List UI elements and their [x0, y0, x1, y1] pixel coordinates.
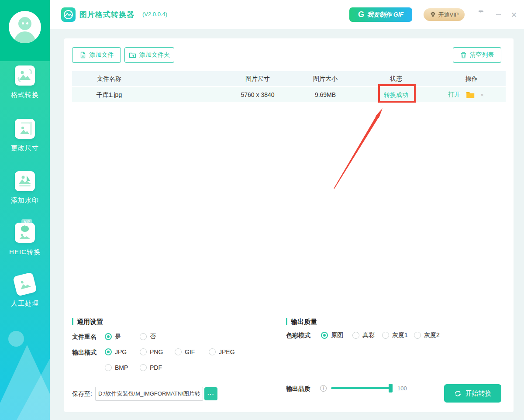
- decor-sun: [8, 331, 24, 347]
- title-bar: 图片格式转换器 (V2.0.0.4) G 我要制作 GIF 开通VIP ✕: [50, 0, 524, 29]
- sidebar-item-manual-process[interactable]: 人工处理: [0, 274, 50, 314]
- radio-color-truecolor[interactable]: 真彩: [352, 331, 375, 339]
- radio-format-pdf[interactable]: PDF: [140, 364, 162, 371]
- quality-value: 100: [397, 385, 407, 392]
- output-format-label: 输出格式: [72, 349, 97, 357]
- app-logo-icon: [61, 7, 76, 22]
- sidebar-item-label: HEIC转换: [0, 248, 50, 256]
- decor-mountain: [17, 357, 50, 420]
- app-window: 格式转换 更改尺寸 添加水印: [0, 0, 524, 420]
- radio-format-png[interactable]: PNG: [140, 348, 163, 355]
- quality-label: 输出品质: [286, 385, 310, 393]
- radio-format-jpg[interactable]: JPG: [105, 348, 127, 355]
- browse-button[interactable]: ···: [204, 387, 217, 400]
- col-dimensions: 图片尺寸: [245, 71, 270, 86]
- radio-color-gray1[interactable]: 灰度1: [382, 331, 408, 339]
- sidebar-item-watermark[interactable]: 添加水印: [0, 171, 50, 211]
- app-version: (V2.0.0.4): [142, 11, 167, 17]
- heic-convert-icon: VIP: [15, 223, 35, 243]
- make-gif-button[interactable]: G 我要制作 GIF: [349, 7, 412, 22]
- add-file-icon: [79, 52, 86, 59]
- radio-color-original[interactable]: 原图: [321, 331, 343, 339]
- clear-list-button[interactable]: 清空列表: [453, 47, 501, 63]
- radio-rename-yes[interactable]: 是: [105, 333, 121, 341]
- file-rename-label: 文件重名: [72, 333, 97, 341]
- radio-format-gif[interactable]: GIF: [175, 348, 195, 355]
- col-filesize: 图片大小: [313, 71, 338, 86]
- save-path-input[interactable]: [95, 387, 203, 401]
- row-filesize: 9.69MB: [315, 87, 336, 102]
- table-row: 千库1.jpg 5760 x 3840 9.69MB 转换成功 打开 ×: [72, 87, 506, 102]
- info-icon[interactable]: i: [320, 385, 327, 392]
- manual-process-icon: [13, 272, 37, 296]
- col-status: 状态: [390, 71, 402, 86]
- color-mode-label: 色彩模式: [286, 332, 310, 340]
- output-quality-title: 输出质量: [286, 318, 317, 325]
- diamond-icon: [430, 12, 436, 17]
- save-to-label: 保存至:: [72, 390, 92, 398]
- sidebar-item-label: 人工处理: [0, 300, 50, 308]
- tray-arrow-icon: [479, 11, 483, 19]
- quality-slider[interactable]: [331, 387, 391, 389]
- minimize-button[interactable]: [493, 10, 503, 19]
- watermark-icon: [15, 171, 35, 191]
- radio-format-bmp[interactable]: BMP: [105, 364, 128, 371]
- general-settings-title: 通用设置: [72, 318, 103, 325]
- convert-refresh-icon: [454, 390, 462, 397]
- radio-rename-no[interactable]: 否: [140, 333, 156, 341]
- open-folder-icon[interactable]: [466, 91, 475, 98]
- close-button[interactable]: ✕: [509, 10, 519, 19]
- close-icon: ✕: [511, 10, 517, 20]
- row-status: 转换成功: [384, 87, 408, 102]
- resize-icon: [15, 119, 35, 139]
- col-filename: 文件名称: [97, 71, 121, 86]
- sidebar-item-heic-convert[interactable]: VIP HEIC转换: [0, 223, 50, 263]
- add-folder-button[interactable]: 添加文件夹: [124, 47, 174, 63]
- vip-badge: VIP: [21, 219, 32, 224]
- col-operation: 操作: [465, 71, 478, 86]
- user-account-area[interactable]: [0, 0, 50, 61]
- app-title: 图片格式转换器: [79, 10, 134, 20]
- main-area: 添加文件 添加文件夹 清空列表 文件名称 图片尺寸: [50, 29, 524, 420]
- sidebar-item-resize[interactable]: 更改尺寸: [0, 119, 50, 159]
- radio-format-jpeg[interactable]: JPEG: [209, 348, 235, 355]
- content-card: 添加文件 添加文件夹 清空列表 文件名称 图片尺寸: [64, 38, 514, 412]
- minimize-icon: [496, 14, 501, 15]
- slider-handle[interactable]: [389, 384, 393, 392]
- table-header: 文件名称 图片尺寸 图片大小 状态 操作: [72, 71, 506, 86]
- add-folder-icon: [129, 52, 136, 59]
- sidebar-item-label: 格式转换: [0, 91, 50, 99]
- sidebar-item-label: 添加水印: [0, 196, 50, 205]
- open-link[interactable]: 打开: [448, 91, 460, 99]
- sidebar-item-format-convert[interactable]: 格式转换: [0, 65, 50, 106]
- trash-icon: [460, 52, 467, 59]
- open-vip-button[interactable]: 开通VIP: [424, 8, 465, 21]
- row-operations: 打开 ×: [448, 87, 484, 102]
- add-file-button[interactable]: 添加文件: [72, 47, 121, 63]
- row-dimensions: 5760 x 3840: [241, 87, 274, 102]
- remove-row-icon[interactable]: ×: [480, 92, 484, 98]
- radio-color-gray2[interactable]: 灰度2: [414, 331, 440, 339]
- sidebar: 格式转换 更改尺寸 添加水印: [0, 0, 50, 420]
- sidebar-item-label: 更改尺寸: [0, 144, 50, 152]
- gif-logo-icon: G: [358, 10, 364, 19]
- row-filename: 千库1.jpg: [97, 87, 122, 102]
- format-convert-icon: [15, 65, 35, 86]
- avatar[interactable]: [9, 11, 41, 43]
- minimize-to-tray-button[interactable]: [476, 10, 486, 19]
- start-convert-button[interactable]: 开始转换: [444, 384, 501, 403]
